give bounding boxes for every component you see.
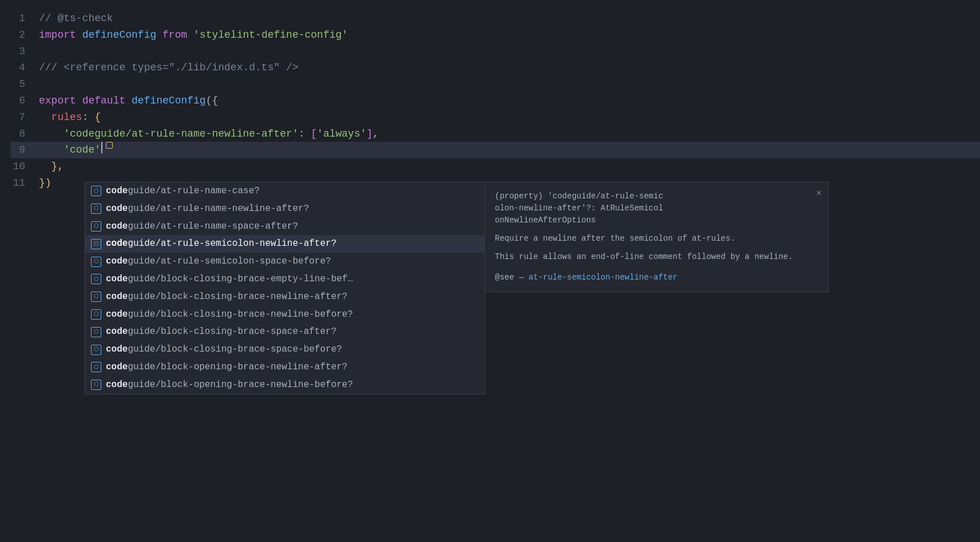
code-token: }) xyxy=(39,175,51,192)
line-number: 1 xyxy=(10,10,39,27)
ac-item-4[interactable]: ⬡ codeguide/at-rule-semicolon-space-befo… xyxy=(85,253,485,270)
ac-item-11[interactable]: ⬡ codeguide/block-opening-brace-newline-… xyxy=(85,376,485,394)
ac-item-7[interactable]: ⬡ codeguide/block-closing-brace-newline-… xyxy=(85,306,485,324)
ac-label-9: codeguide/block-closing-brace-space-befo… xyxy=(106,342,342,357)
ac-item-3[interactable]: ⬡ codeguide/at-rule-semicolon-newline-af… xyxy=(85,235,485,253)
code-token: 'always' xyxy=(317,126,366,142)
code-token: ] xyxy=(367,126,373,142)
line-number: 11 xyxy=(10,175,39,192)
ac-label-2: codeguide/at-rule-name-space-after? xyxy=(106,220,298,234)
ac-item-8[interactable]: ⬡ codeguide/block-closing-brace-space-af… xyxy=(85,323,485,341)
code-token: ({ xyxy=(206,93,219,109)
code-token: export xyxy=(39,93,82,109)
code-line-8: 8 'codeguide/at-rule-name-newline-after'… xyxy=(10,126,980,142)
code-line-6: 6 export default defineConfig({ xyxy=(10,93,980,109)
code-token: : xyxy=(82,109,95,126)
autocomplete-dropdown[interactable]: ⬡ codeguide/at-rule-name-case? ⬡ codegui… xyxy=(85,182,485,394)
warning-icon xyxy=(106,142,113,149)
ac-icon-7: ⬡ xyxy=(91,309,101,320)
ac-label-3: codeguide/at-rule-semicolon-newline-afte… xyxy=(106,237,336,251)
info-see-link[interactable]: at-rule-semicolon-newline-after xyxy=(529,273,677,282)
code-token: 'stylelint-define-config' xyxy=(193,27,348,43)
code-token: // @ts-check xyxy=(39,10,113,27)
code-token: import xyxy=(39,27,82,43)
code-token xyxy=(39,142,64,158)
line-number: 7 xyxy=(10,109,39,126)
code-token: from xyxy=(156,27,193,43)
ac-icon-3: ⬡ xyxy=(91,239,101,249)
ac-label-0: codeguide/at-rule-name-case? xyxy=(106,184,260,198)
ac-label-11: codeguide/block-opening-brace-newline-be… xyxy=(106,378,353,392)
code-token: defineConfig xyxy=(82,27,157,43)
ac-item-1[interactable]: ⬡ codeguide/at-rule-name-newline-after? xyxy=(85,200,485,218)
info-panel: × (property) 'codeguide/at-rule-semicolo… xyxy=(486,182,829,292)
ac-icon-2: ⬡ xyxy=(91,221,101,232)
ac-icon-5: ⬡ xyxy=(91,274,101,284)
ac-icon-8: ⬡ xyxy=(91,327,101,337)
code-line-3: 3 xyxy=(10,43,980,60)
code-token xyxy=(39,109,51,126)
code-editor: 1 // @ts-check 2 import defineConfig fro… xyxy=(0,0,980,542)
ac-icon-1: ⬡ xyxy=(91,204,101,214)
code-token: , xyxy=(372,126,379,142)
ac-label-10: codeguide/block-opening-brace-newline-af… xyxy=(106,360,347,374)
ac-icon-0: ⬡ xyxy=(91,186,101,196)
ac-item-10[interactable]: ⬡ codeguide/block-opening-brace-newline-… xyxy=(85,358,485,376)
ac-label-1: codeguide/at-rule-name-newline-after? xyxy=(106,202,309,216)
code-token: 'code' xyxy=(64,142,101,158)
ac-icon-10: ⬡ xyxy=(91,362,101,372)
code-line-10: 10 }, xyxy=(10,158,980,175)
line-number: 8 xyxy=(10,126,39,142)
ac-label-8: codeguide/block-closing-brace-space-afte… xyxy=(106,325,336,339)
code-line-5: 5 xyxy=(10,76,980,93)
ac-item-0[interactable]: ⬡ codeguide/at-rule-name-case? xyxy=(85,182,485,200)
code-token xyxy=(39,126,64,142)
code-token: rules xyxy=(51,109,82,126)
ac-item-5[interactable]: ⬡ codeguide/block-closing-brace-empty-li… xyxy=(85,270,485,288)
info-desc-2: This rule allows an end-of-line comment … xyxy=(495,250,819,263)
code-line-2: 2 import defineConfig from 'stylelint-de… xyxy=(10,27,980,43)
ac-icon-11: ⬡ xyxy=(91,380,101,390)
ac-item-6[interactable]: ⬡ codeguide/block-closing-brace-newline-… xyxy=(85,288,485,306)
line-number: 4 xyxy=(10,59,39,76)
line-number: 10 xyxy=(10,158,39,175)
ac-icon-4: ⬡ xyxy=(91,257,101,267)
code-token: : xyxy=(299,126,311,142)
code-token: /// <reference types="./lib/index.d.ts" … xyxy=(39,59,299,76)
code-line-9: 9 'code' xyxy=(10,142,980,158)
code-line-4: 4 /// <reference types="./lib/index.d.ts… xyxy=(10,59,980,76)
close-button[interactable]: × xyxy=(816,187,822,201)
info-desc-1: Require a newline after the semicolon of… xyxy=(495,232,819,245)
ac-item-9[interactable]: ⬡ codeguide/block-closing-brace-space-be… xyxy=(85,341,485,358)
ac-label-7: codeguide/block-closing-brace-newline-be… xyxy=(106,308,353,322)
ac-label-4: codeguide/at-rule-semicolon-space-before… xyxy=(106,254,331,269)
line-number: 5 xyxy=(10,76,39,93)
ac-label-6: codeguide/block-closing-brace-newline-af… xyxy=(106,290,347,304)
ac-icon-9: ⬡ xyxy=(91,345,101,355)
ac-item-2[interactable]: ⬡ codeguide/at-rule-name-space-after? xyxy=(85,218,485,236)
code-line-1: 1 // @ts-check xyxy=(10,10,980,27)
code-token: [ xyxy=(311,126,317,142)
line-number: 2 xyxy=(10,27,39,43)
cursor xyxy=(101,142,102,153)
line-number: 3 xyxy=(10,43,39,60)
line-number: 6 xyxy=(10,93,39,109)
code-token: }, xyxy=(39,158,64,175)
code-token: defineConfig xyxy=(132,93,206,109)
sig-prefix: (property) 'codeguide/at-rule-semicolon-… xyxy=(495,192,663,225)
info-signature: (property) 'codeguide/at-rule-semicolon-… xyxy=(495,190,819,226)
code-line-7: 7 rules: { xyxy=(10,109,980,126)
ac-label-5: codeguide/block-closing-brace-empty-line… xyxy=(106,272,353,286)
code-token: 'codeguide/at-rule-name-newline-after' xyxy=(64,126,298,142)
code-token: { xyxy=(94,109,101,126)
ac-icon-6: ⬡ xyxy=(91,292,101,302)
info-see: @see — at-rule-semicolon-newline-after xyxy=(495,272,819,284)
line-number: 9 xyxy=(10,142,39,158)
code-token: default xyxy=(82,93,132,109)
